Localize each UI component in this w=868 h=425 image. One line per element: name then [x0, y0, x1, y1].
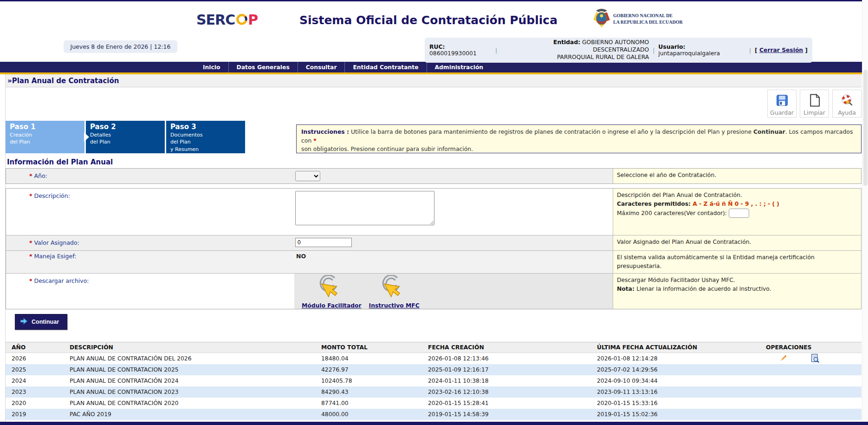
form-main-box: * Descripción: Descripción del Plan Anua…	[6, 188, 862, 309]
cell-creacion: 2025-01-09 12:16:17	[428, 364, 597, 375]
instructions-label: Instrucciones :	[301, 128, 349, 135]
cell-operaciones	[766, 353, 862, 364]
header-ultima-actualizacion: ÚLTIMA FECHA ACTUALIZACIÓN	[597, 342, 766, 353]
cell-anio: 2019	[6, 409, 70, 420]
session-info-bar: RUC: 0860019930001 | Entidad: GOBIERNO A…	[425, 38, 812, 63]
cell-anio: 2023	[6, 386, 70, 398]
step-3-documentos[interactable]: Paso 3 Documentosdel Plany Resumen	[166, 121, 245, 153]
form-row-descripcion: * Descripción: Descripción del Plan Anua…	[6, 189, 861, 235]
form-row-descargar: * Descargar archivo: Módulo Facilitador	[6, 273, 861, 309]
nav-item-consultar[interactable]: Consultar	[298, 62, 345, 72]
cell-creacion: 2020-01-15 15:28:41	[428, 398, 597, 409]
click-download-icon	[380, 275, 408, 303]
active-step-arrow	[84, 132, 89, 142]
step-1-creacion[interactable]: Paso 1 Creacióndel Plan	[6, 121, 84, 153]
anio-select[interactable]	[295, 171, 320, 181]
descripcion-textarea[interactable]	[295, 191, 434, 225]
cell-creacion: 2019-01-15 14:58:39	[428, 409, 597, 420]
cell-operaciones	[766, 364, 862, 375]
modulo-facilitador-label: Módulo Facilitador	[302, 302, 362, 309]
cell-monto: 102405.78	[321, 375, 428, 386]
esigef-help: El sistema valida automáticamente si la …	[613, 251, 861, 273]
nav-item-administracion[interactable]: Administración	[427, 62, 492, 72]
nav-item-inicio[interactable]: Inicio	[195, 62, 228, 72]
cell-operaciones	[766, 409, 862, 420]
guardar-label: Guardar	[770, 109, 794, 116]
bottom-footer-bar	[0, 422, 868, 425]
valor-input[interactable]	[295, 238, 352, 247]
help-lifering-icon	[840, 93, 854, 109]
cell-descripcion: PLAN ANUAL DE CONTRATACIÓN DEL 2026	[70, 353, 321, 364]
pac-records-table: AÑO DESCRIPCIÓN MONTO TOTAL FECHA CREACI…	[6, 342, 862, 425]
cell-monto: 18480.04	[321, 353, 428, 364]
descargar-label: * Descargar archivo:	[6, 274, 294, 309]
vertical-scrollbar[interactable]	[862, 0, 868, 425]
cell-anio: 2024	[6, 375, 70, 386]
cell-creacion: 2024-01-11 10:38:18	[428, 375, 597, 386]
continuar-button[interactable]: Continuar	[15, 314, 67, 330]
separator: |	[749, 47, 751, 53]
table-row: 2026PLAN ANUAL DE CONTRATACIÓN DEL 20261…	[6, 353, 862, 364]
descargar-help: Descargar Módulo Facilitador Ushay MFC. …	[613, 274, 861, 309]
government-brand-text: GOBIERNO NACIONAL DE LA REPUBLICA DEL EC…	[613, 13, 683, 25]
cell-descripcion: PLAN ANUAL DE CONTRATACION 2025	[70, 364, 321, 375]
modulo-facilitador-link[interactable]: Módulo Facilitador	[302, 275, 362, 309]
sercop-logo-text: SERC	[196, 12, 235, 28]
nav-item-datos-generales[interactable]: Datos Generales	[228, 62, 298, 72]
cell-actualizacion: 2019-01-15 15:02:36	[597, 409, 766, 420]
cell-operaciones	[766, 398, 862, 409]
datetime-box: Jueves 8 de Enero de 2026 | 12:16	[64, 40, 177, 53]
anio-control	[294, 169, 613, 183]
cell-operaciones	[766, 375, 862, 386]
cell-monto: 84290.43	[321, 386, 428, 398]
cell-actualizacion: 2025-07-02 14:29:56	[597, 364, 766, 375]
descripcion-control	[294, 189, 613, 235]
header-operaciones: OPERACIONES	[766, 342, 862, 353]
view-document-icon[interactable]	[810, 353, 820, 363]
separator: |	[653, 47, 654, 53]
header-fecha-creacion: FECHA CREACIÓN	[428, 342, 597, 353]
cell-monto: 48000.00	[321, 409, 428, 420]
table-row: 2023PLAN ANUAL DE CONTRATACION 202384290…	[6, 386, 862, 398]
limpiar-label: Limpiar	[803, 109, 825, 116]
valor-label: * Valor Asignado:	[6, 235, 294, 250]
form-row-esigef: * Maneja Esigef: NO El sistema valida au…	[6, 250, 861, 273]
ecuador-coat-of-arms-icon	[593, 8, 610, 30]
instructivo-mfc-link[interactable]: Instructivo MFC	[369, 275, 420, 309]
user-info: Usuario: juntaparroquialgalera	[658, 44, 745, 57]
descripcion-help: Descripción del Plan Anual de Contrataci…	[613, 189, 861, 235]
char-counter-input[interactable]	[729, 209, 749, 218]
pac-table-body: 2026PLAN ANUAL DE CONTRATACIÓN DEL 20261…	[6, 353, 862, 425]
cell-creacion: 2023-02-16 12:10:38	[428, 386, 597, 398]
step-1-lines: Creacióndel Plan	[10, 131, 84, 146]
cell-operaciones	[766, 386, 862, 398]
nav-item-entidad-contratante[interactable]: Entidad Contratante	[344, 62, 426, 72]
sercop-logo-swirl-icon	[236, 14, 247, 27]
instructivo-mfc-label: Instructivo MFC	[369, 302, 420, 309]
ayuda-button[interactable]: Ayuda	[832, 90, 862, 118]
esigef-value: NO	[294, 251, 613, 273]
main-navigation: Inicio Datos Generales Consultar Entidad…	[0, 62, 868, 72]
esigef-label: * Maneja Esigef:	[6, 251, 294, 273]
form-row-valor: * Valor Asignado: Valor Asignado del Pla…	[6, 235, 861, 250]
ayuda-label: Ayuda	[838, 109, 856, 116]
step-2-lines: Detallesdel Plan	[90, 131, 165, 146]
cell-anio: 2026	[6, 353, 70, 364]
logout-link[interactable]: Cerrar Sesión	[759, 47, 803, 53]
separator: |	[495, 47, 497, 53]
edit-pencil-icon[interactable]	[779, 354, 788, 363]
table-row: 2025PLAN ANUAL DE CONTRATACION 202542276…	[6, 364, 862, 375]
header-anio: AÑO	[6, 342, 70, 353]
step-1-title: Paso 1	[10, 123, 84, 131]
limpiar-button[interactable]: Limpiar	[800, 90, 829, 118]
scrollbar-thumb[interactable]	[863, 70, 868, 186]
guardar-button[interactable]: Guardar	[767, 90, 797, 118]
table-row: 2019PAC AÑO 201948000.002019-01-15 14:58…	[6, 409, 862, 420]
header-monto-total: MONTO TOTAL	[321, 342, 428, 353]
cell-monto: 42276.97	[321, 364, 428, 375]
ruc-info: RUC: 0860019930001	[429, 44, 492, 57]
cell-actualizacion: 2020-01-15 15:33:16	[597, 398, 766, 409]
step-2-detalles[interactable]: Paso 2 Detallesdel Plan	[86, 121, 165, 153]
cell-actualizacion: 2023-09-11 13:13:16	[597, 386, 766, 398]
click-download-icon	[317, 275, 346, 303]
